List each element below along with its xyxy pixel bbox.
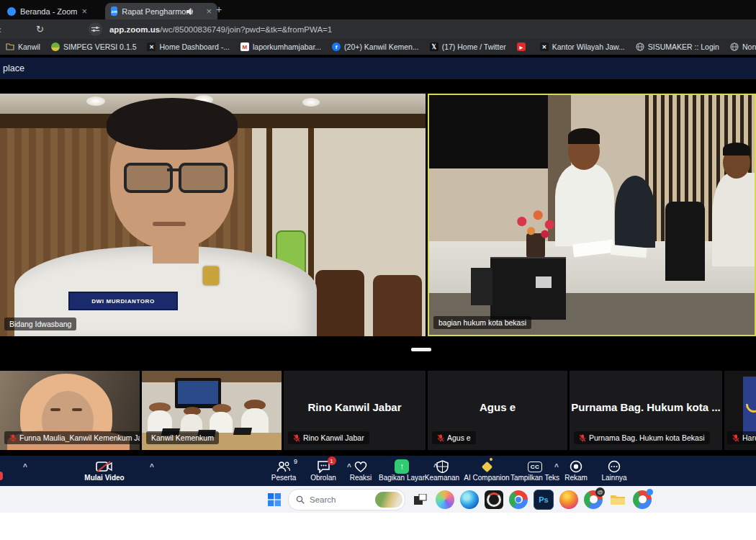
firefox-icon[interactable] bbox=[559, 490, 578, 509]
camera-app-icon[interactable] bbox=[485, 490, 503, 509]
uniform-badge bbox=[203, 266, 219, 285]
participant-name-label: Rino Kanwil Jabar bbox=[288, 431, 369, 444]
video-options-chevron[interactable]: ^ bbox=[150, 463, 154, 471]
zoom-top-banner: place bbox=[0, 58, 756, 79]
tab-close-icon[interactable]: × bbox=[206, 6, 212, 16]
strip-tile-kanwil-kemenkum[interactable]: Kanwil Kemenkum bbox=[142, 371, 282, 450]
back-icon[interactable]: ‹ bbox=[0, 23, 1, 35]
mic-muted-icon bbox=[437, 434, 444, 442]
chat-button[interactable]: 1 Obrolan bbox=[305, 459, 341, 482]
copilot-icon[interactable] bbox=[436, 490, 454, 509]
bookmark-kanwil[interactable]: Kanwil bbox=[6, 42, 40, 51]
chat-badge: 1 bbox=[328, 456, 336, 465]
bookmark-youtube[interactable]: ▶ bbox=[517, 42, 529, 51]
glasses-bridge bbox=[167, 168, 180, 171]
video-tile-bidang-idwasbang[interactable]: DWI MURDIANTORO Bidang Idwasbang bbox=[0, 94, 426, 336]
security-shield-icon bbox=[436, 459, 449, 474]
bookmark-kantor-wilayah[interactable]: ✕Kantor Wilayah Jaw... bbox=[540, 42, 625, 51]
joomla-icon: ✕ bbox=[147, 42, 156, 51]
bookmark-home-dashboard[interactable]: ✕Home Dashboard -... bbox=[147, 42, 229, 51]
strip-tile-purnama[interactable]: Purnama Bag. Hukum kota ... Purnama Bag.… bbox=[570, 371, 722, 450]
security-button[interactable]: Keamanan bbox=[421, 459, 463, 482]
windows-taskbar: C erawan Search Ps @ bbox=[0, 486, 756, 513]
start-video-button[interactable]: Mulai Video bbox=[68, 459, 140, 482]
captions-button[interactable]: CC Tampilkan Teks bbox=[508, 459, 562, 482]
black-cabinet bbox=[429, 95, 548, 168]
refresh-icon[interactable]: ↻ bbox=[36, 24, 44, 35]
ceiling-light bbox=[302, 98, 320, 107]
bookmarks-bar: Kanwil SIMPEG VERSI 0.1.5 ✕Home Dashboar… bbox=[0, 39, 756, 55]
more-button[interactable]: Lainnya bbox=[596, 459, 632, 482]
chrome-profile-icon[interactable]: @ bbox=[584, 490, 603, 509]
mic-muted-icon bbox=[732, 434, 739, 442]
strip-tile-harun[interactable]: Harun Surya Ka bbox=[724, 371, 756, 450]
share-screen-icon: ↑ bbox=[395, 459, 409, 474]
ceiling-light bbox=[86, 96, 105, 106]
url-domain: app.zoom.us bbox=[109, 25, 160, 34]
browser-address-bar: ‹ ↻ app.zoom.us/wc/85000836749/join?pwd=… bbox=[0, 19, 756, 39]
video-tile-bagian-hukum[interactable]: bagian hukum kota bekasi bbox=[428, 94, 756, 336]
cc-icon: CC bbox=[528, 462, 543, 472]
folder-icon bbox=[6, 42, 14, 51]
zoom-favicon bbox=[7, 7, 16, 16]
tune-icon bbox=[91, 25, 99, 33]
mic-options-chevron[interactable]: ^ bbox=[23, 463, 27, 471]
person-mouth bbox=[153, 222, 186, 226]
screen: Beranda - Zoom × zm Rapat Pengharmonisas… bbox=[0, 0, 756, 540]
gallery-drag-handle[interactable] bbox=[411, 348, 431, 351]
taskbar-search-box[interactable]: Search bbox=[288, 489, 405, 510]
tv-screen bbox=[178, 381, 218, 404]
bookmark-laporkumham[interactable]: Mlaporkumhamjabar... bbox=[240, 42, 321, 51]
reactions-button[interactable]: Reaksi bbox=[344, 459, 377, 482]
photoshop-icon[interactable]: Ps bbox=[534, 490, 554, 510]
participant-name-label: Funna Maulia_Kanwil Kemenkum Jabar bbox=[4, 431, 140, 444]
chrome-icon[interactable] bbox=[509, 490, 528, 509]
participants-button[interactable]: 9 Peserta bbox=[265, 459, 302, 482]
tab-rapat[interactable]: zm Rapat Pengharmonisasian K × bbox=[105, 3, 217, 19]
banner-text: place bbox=[3, 63, 24, 73]
search-highlight-thumbnail bbox=[375, 492, 402, 508]
equipment-boxes bbox=[490, 257, 566, 320]
person-white-shirt bbox=[712, 173, 755, 266]
share-screen-button[interactable]: ↑ Bagikan Layar bbox=[376, 459, 428, 482]
windows-start-button[interactable] bbox=[265, 490, 284, 509]
file-explorer-icon[interactable] bbox=[608, 490, 627, 509]
notification-dot bbox=[647, 489, 653, 495]
bookmark-facebook[interactable]: f(20+) Kanwil Kemen... bbox=[332, 42, 419, 51]
tab-close-icon[interactable]: × bbox=[81, 6, 87, 16]
laptop bbox=[233, 428, 252, 435]
captions-options-chevron[interactable]: ^ bbox=[554, 463, 559, 471]
edge-icon[interactable] bbox=[460, 490, 479, 509]
url-text[interactable]: app.zoom.us/wc/85000836749/join?pwd=&tk=… bbox=[109, 25, 332, 34]
participants-count: 9 bbox=[294, 458, 297, 465]
eyebrow bbox=[72, 408, 82, 411]
chat-icon: 1 bbox=[317, 459, 330, 474]
heart-reaction-icon bbox=[354, 459, 368, 474]
strip-tile-rino[interactable]: Rino Kanwil Jabar Rino Kanwil Jabar bbox=[284, 371, 426, 450]
tab-title: Beranda - Zoom bbox=[20, 7, 77, 16]
participant-center-name: Rino Kanwil Jabar bbox=[284, 401, 426, 413]
bookmark-simpeg[interactable]: SIMPEG VERSI 0.1.5 bbox=[51, 42, 137, 51]
mic-muted-icon bbox=[579, 434, 586, 442]
bookmark-twitter[interactable]: 𝕏(17) Home / Twitter bbox=[430, 42, 506, 51]
participant-name-label: Kanwil Kemenkum bbox=[146, 431, 219, 444]
participant-center-name: Purnama Bag. Hukum kota ... bbox=[570, 401, 722, 413]
strip-tile-agus[interactable]: Agus e Agus e bbox=[428, 371, 567, 450]
strip-tile-funna[interactable]: Funna Maulia_Kanwil Kemenkum Jabar bbox=[0, 371, 140, 450]
search-icon bbox=[296, 495, 305, 504]
participant-name-label: Agus e bbox=[432, 431, 476, 444]
chrome-alt-icon[interactable] bbox=[633, 490, 652, 509]
bookmark-nonton-film[interactable]: Nonton Film Indone... bbox=[730, 42, 756, 51]
tab-audio-icon[interactable] bbox=[186, 8, 194, 15]
task-view-icon[interactable] bbox=[411, 490, 430, 509]
equipment-box-small bbox=[471, 268, 492, 305]
bookmark-sisumaker[interactable]: SISUMAKER :: Login bbox=[636, 42, 719, 51]
record-button[interactable]: Rekam bbox=[560, 459, 592, 482]
video-camera-off-icon bbox=[96, 459, 113, 474]
tab-beranda[interactable]: Beranda - Zoom × bbox=[1, 3, 107, 19]
new-tab-button[interactable]: + bbox=[216, 4, 222, 15]
ai-companion-button[interactable]: AI Companion bbox=[463, 459, 510, 482]
site-info-icon[interactable] bbox=[89, 22, 102, 36]
glasses-right-lens bbox=[179, 163, 228, 193]
facebook-icon: f bbox=[332, 42, 341, 51]
